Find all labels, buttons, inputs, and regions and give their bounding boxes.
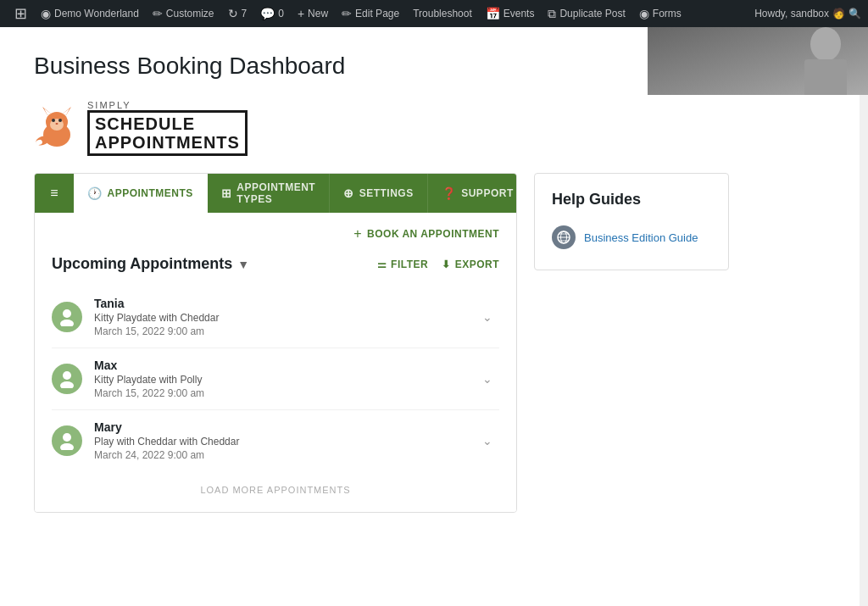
appointment-item[interactable]: Max Kitty Playdate with Polly March 15, … (52, 348, 499, 410)
appointments-header: Upcoming Appointments ▼ ⚌ FILTER ⬇ EXPOR… (52, 255, 499, 273)
ssa-logo: SIMPLY SCHEDULE APPOINTMENTS (34, 100, 834, 156)
nav-tab-support-label: SUPPORT (461, 187, 514, 199)
book-appointment-button[interactable]: + BOOK AN APPOINTMENT (353, 226, 499, 242)
svg-point-17 (60, 320, 74, 326)
wp-logo-icon[interactable]: ⊞ (7, 0, 34, 27)
appointment-avatar-1 (52, 302, 82, 332)
person-icon (58, 308, 76, 326)
settings-icon: ⊕ (343, 186, 354, 200)
admin-bar-edit-page[interactable]: ✏ Edit Page (335, 0, 406, 27)
appointment-item[interactable]: Mary Play with Cheddar with Cheddar Marc… (52, 410, 499, 471)
customize-label: Customize (166, 8, 214, 19)
logo-border-box: SCHEDULE APPOINTMENTS (87, 110, 248, 156)
appointment-info-1: Tania Kitty Playdate with Cheddar March … (94, 297, 476, 337)
avatar-icon[interactable]: 🧑 (832, 8, 845, 19)
plus-icon: + (298, 7, 304, 20)
question-icon: ❓ (442, 186, 457, 200)
app-container: ≡ 🕐 APPOINTMENTS ⊞ APPOINTMENT TYPES ⊕ S… (34, 173, 517, 513)
globe-icon (557, 231, 570, 244)
svg-point-12 (58, 119, 62, 122)
hero-image (648, 27, 868, 95)
logo-appointments: APPOINTMENTS (95, 133, 240, 152)
person-icon (58, 431, 76, 450)
admin-bar: ⊞ ◉ Demo Wonderland ✏ Customize ↻ 7 💬 0 … (0, 0, 868, 27)
svg-point-13 (56, 123, 58, 125)
admin-bar-comments[interactable]: 💬 0 (253, 0, 291, 27)
nav-tab-settings-label: SETTINGS (359, 187, 414, 199)
appointments-title-text: Upcoming Appointments (52, 255, 232, 273)
appointment-info-2: Max Kitty Playdate with Polly March 15, … (94, 359, 476, 399)
admin-bar-updates[interactable]: ↻ 7 (221, 0, 254, 27)
new-label: New (308, 8, 328, 19)
ssa-logo-text: SIMPLY SCHEDULE APPOINTMENTS (87, 100, 248, 156)
updates-count: 7 (242, 8, 248, 19)
appointment-avatar-3 (52, 425, 82, 456)
help-link-icon (552, 225, 576, 249)
duplicate-post-label: Duplicate Post (559, 8, 625, 19)
nav-tab-appointment-types[interactable]: ⊞ APPOINTMENT TYPES (208, 174, 330, 213)
appointments-title: Upcoming Appointments ▼ (52, 255, 249, 273)
appointment-item[interactable]: Tania Kitty Playdate with Cheddar March … (52, 286, 499, 348)
export-button[interactable]: ⬇ EXPORT (442, 259, 499, 270)
appointment-info-3: Mary Play with Cheddar with Cheddar Marc… (94, 420, 476, 461)
person-icon (58, 370, 76, 388)
admin-bar-right: Howdy, sandbox 🧑 🔍 (754, 8, 861, 19)
appointment-name-3: Mary (94, 420, 476, 434)
svg-point-2 (810, 27, 841, 61)
nav-tab-appointment-types-label: APPOINTMENT TYPES (236, 181, 315, 205)
help-link-business-guide[interactable]: Business Edition Guide (552, 222, 711, 253)
appointment-date-2: March 15, 2022 9:00 am (94, 387, 476, 399)
fox-logo-icon (34, 105, 81, 152)
nav-tab-appointments-label: APPOINTMENTS (108, 187, 193, 199)
appointment-date-1: March 15, 2022 9:00 am (94, 325, 476, 337)
scrollbar-track[interactable] (860, 27, 868, 606)
export-label: EXPORT (455, 259, 499, 270)
appointment-type-1: Kitty Playdate with Cheddar (94, 312, 476, 324)
filter-button[interactable]: ⚌ FILTER (377, 259, 429, 270)
search-icon[interactable]: 🔍 (849, 8, 861, 19)
admin-bar-demo-site[interactable]: ◉ Demo Wonderland (34, 0, 146, 27)
svg-point-11 (52, 119, 55, 122)
appointment-date-3: March 24, 2022 9:00 am (94, 449, 476, 461)
greeting-label: Howdy, sandbox (754, 8, 829, 19)
events-label: Events (504, 8, 535, 19)
nav-menu-button[interactable]: ≡ (35, 174, 74, 213)
export-icon: ⬇ (442, 259, 451, 270)
admin-bar-new[interactable]: + New (291, 0, 335, 27)
admin-bar-troubleshoot[interactable]: Troubleshoot (406, 0, 479, 27)
plus-icon: + (353, 226, 362, 242)
help-panel: Help Guides Business Edition Guide (534, 173, 729, 270)
appointment-type-3: Play with Cheddar with Cheddar (94, 436, 476, 448)
admin-bar-duplicate-post[interactable]: ⧉ Duplicate Post (541, 0, 632, 27)
pencil-icon: ✏ (153, 7, 163, 20)
edit-page-label: Edit Page (355, 8, 399, 19)
chevron-down-icon: ⌄ (476, 303, 499, 331)
top-image-strip (648, 27, 868, 95)
logo-schedule: SCHEDULE (95, 114, 240, 133)
book-row: + BOOK AN APPOINTMENT (52, 226, 499, 242)
nav-tab-support[interactable]: ❓ SUPPORT (428, 174, 517, 213)
svg-rect-3 (804, 59, 847, 95)
forms-icon: ◉ (639, 7, 649, 20)
app-content: + BOOK AN APPOINTMENT Upcoming Appointme… (35, 213, 516, 512)
nav-tab-appointments[interactable]: 🕐 APPOINTMENTS (74, 174, 208, 213)
admin-bar-forms[interactable]: ◉ Forms (632, 0, 688, 27)
svg-point-16 (63, 309, 71, 318)
load-more-button[interactable]: LOAD MORE APPOINTMENTS (52, 471, 499, 498)
chevron-down-icon: ⌄ (476, 365, 499, 392)
help-panel-title: Help Guides (552, 191, 711, 208)
dropdown-arrow-icon[interactable]: ▼ (237, 258, 249, 271)
appointment-name-1: Tania (94, 297, 476, 310)
svg-point-20 (63, 433, 71, 442)
events-icon: 📅 (486, 7, 500, 20)
grid-icon: ⊞ (221, 186, 232, 200)
admin-bar-customize[interactable]: ✏ Customize (146, 0, 221, 27)
appointment-name-2: Max (94, 359, 476, 372)
comments-count: 0 (278, 8, 284, 19)
app-nav: ≡ 🕐 APPOINTMENTS ⊞ APPOINTMENT TYPES ⊕ S… (35, 174, 516, 213)
filter-label: FILTER (391, 259, 428, 270)
admin-bar-events[interactable]: 📅 Events (479, 0, 542, 27)
nav-tab-settings[interactable]: ⊕ SETTINGS (330, 174, 428, 213)
help-link-business-guide-text: Business Edition Guide (584, 231, 698, 244)
filter-icon: ⚌ (377, 259, 387, 270)
